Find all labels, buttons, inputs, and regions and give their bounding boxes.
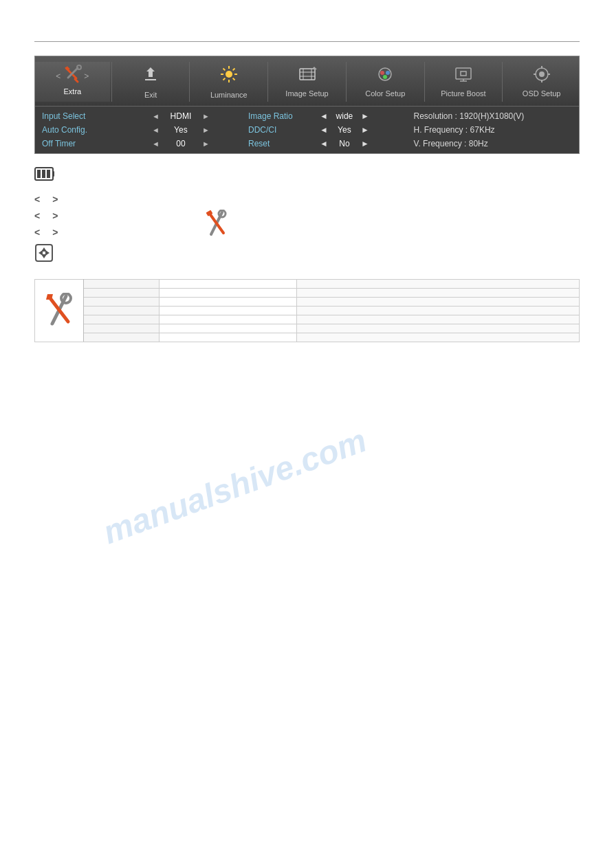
table-col-value xyxy=(160,280,297,289)
image-setup-icon xyxy=(298,65,317,87)
resolution-info: Resolution : 1920(H)X1080(V) xyxy=(407,111,573,121)
image-ratio-prev[interactable]: ◄ xyxy=(320,111,328,121)
off-timer-ctrl: ◄ 00 ► xyxy=(152,139,234,148)
reset-prev[interactable]: ◄ xyxy=(320,139,328,148)
svg-rect-16 xyxy=(300,69,315,80)
auto-config-ctrl: ◄ Yes ► xyxy=(152,125,234,135)
arrow-rows: < > < > < > xyxy=(34,194,580,238)
osd-row-auto-config: Auto Config. ◄ Yes ► DDC/CI ◄ Yes ► H. F… xyxy=(35,123,579,137)
table-row xyxy=(35,307,580,315)
svg-line-15 xyxy=(223,78,225,80)
svg-rect-38 xyxy=(42,170,45,178)
table-icon-cell xyxy=(35,280,84,342)
svg-marker-5 xyxy=(146,67,155,77)
arrow-row-1: < > xyxy=(34,194,580,205)
osd-menu-rows: Input Select ◄ HDMI ► Image Ratio ◄ wide… xyxy=(35,107,579,153)
tool-icon-floating xyxy=(203,210,230,240)
arrow-row-3: < > xyxy=(34,227,580,238)
ddcci-val: Yes xyxy=(331,125,358,135)
battery-icon xyxy=(34,166,55,184)
svg-rect-41 xyxy=(36,245,52,261)
image-ratio-val: wide xyxy=(331,111,358,121)
arrow-row1-right[interactable]: > xyxy=(52,194,58,205)
svg-rect-27 xyxy=(461,71,466,76)
osd-luminance-label: Luminance xyxy=(210,91,248,99)
off-timer-next[interactable]: ► xyxy=(202,140,210,148)
osd-nav-extra[interactable]: < > Extra xyxy=(35,62,110,102)
osd-extra-label: Extra xyxy=(64,87,82,96)
icon-section: < > < > < > xyxy=(34,166,580,265)
arrow-row2-right[interactable]: > xyxy=(52,210,58,221)
auto-config-val: Yes xyxy=(164,125,198,135)
off-timer-val: 00 xyxy=(164,139,198,148)
osd-nav-osd-setup[interactable]: OSD Setup xyxy=(504,62,579,102)
ddcci-next[interactable]: ► xyxy=(361,125,369,135)
image-ratio-row: Image Ratio ◄ wide ► xyxy=(234,111,407,121)
osd-setup-icon xyxy=(532,65,551,87)
color-setup-icon xyxy=(375,65,395,87)
svg-rect-39 xyxy=(47,170,50,178)
arrow-row1-left[interactable]: < xyxy=(34,194,40,205)
image-ratio-next[interactable]: ► xyxy=(361,111,369,121)
extra-arrow-left[interactable]: < xyxy=(56,71,61,81)
osd-nav-color-setup[interactable]: Color Setup xyxy=(348,62,423,102)
reset-val: No xyxy=(331,139,358,148)
osd-osd-setup-label: OSD Setup xyxy=(523,89,561,98)
ddcci-prev[interactable]: ◄ xyxy=(320,125,328,135)
svg-rect-37 xyxy=(37,170,41,178)
input-select-next[interactable]: ► xyxy=(202,112,210,120)
osd-picture-boost-label: Picture Boost xyxy=(441,89,485,98)
svg-point-4 xyxy=(77,65,81,69)
osd-nav-picture-boost[interactable]: Picture Boost xyxy=(426,62,501,102)
osd-nav-luminance[interactable]: Luminance xyxy=(191,62,266,102)
top-divider xyxy=(34,41,580,42)
svg-line-2 xyxy=(75,79,78,82)
reset-row: Reset ◄ No ► xyxy=(234,139,407,148)
svg-point-23 xyxy=(380,71,384,75)
input-select-label: Input Select xyxy=(42,111,152,121)
reset-next[interactable]: ► xyxy=(361,139,369,148)
auto-config-next[interactable]: ► xyxy=(202,126,210,134)
extra-tool-icon xyxy=(63,65,82,87)
arrow-row3-right[interactable]: > xyxy=(52,227,58,238)
off-timer-label: Off Timer xyxy=(42,139,152,148)
table-row xyxy=(35,324,580,333)
svg-rect-40 xyxy=(53,171,54,177)
ddcci-row: DDC/CI ◄ Yes ► xyxy=(234,125,407,135)
off-timer-prev[interactable]: ◄ xyxy=(152,140,160,148)
arrow-row2-left[interactable]: < xyxy=(34,210,40,221)
table-row xyxy=(35,333,580,342)
table-row xyxy=(35,280,580,289)
svg-marker-44 xyxy=(39,250,43,256)
svg-line-14 xyxy=(232,69,234,71)
input-select-ctrl: ◄ HDMI ► xyxy=(152,111,234,121)
osd-image-setup-label: Image Setup xyxy=(285,89,328,98)
table-col-desc xyxy=(297,280,580,289)
extra-arrow-right[interactable]: > xyxy=(84,71,89,81)
svg-point-24 xyxy=(386,71,390,75)
luminance-icon xyxy=(219,65,239,88)
osd-nav-exit[interactable]: Exit xyxy=(113,62,188,102)
svg-point-25 xyxy=(383,75,387,79)
osd-row-off-timer: Off Timer ◄ 00 ► Reset ◄ No ► V. Frequen… xyxy=(35,137,579,151)
input-select-prev[interactable]: ◄ xyxy=(152,112,160,120)
osd-menu: < > Extra xyxy=(34,56,580,154)
osd-nav-image-setup[interactable]: Image Setup xyxy=(270,62,344,102)
table-row xyxy=(35,289,580,298)
picture-boost-icon xyxy=(454,65,473,87)
arrow-row-2: < > xyxy=(34,210,580,221)
auto-config-prev[interactable]: ◄ xyxy=(152,126,160,134)
move-icon xyxy=(34,243,580,265)
svg-line-13 xyxy=(232,78,234,80)
table-section xyxy=(34,279,580,342)
arrow-row3-left[interactable]: < xyxy=(34,227,40,238)
svg-point-7 xyxy=(226,71,232,78)
svg-point-31 xyxy=(539,71,545,77)
watermark: manualshive.com xyxy=(98,421,371,551)
v-frequency-info: V. Frequency : 80Hz xyxy=(407,139,573,148)
table-col-name xyxy=(84,280,160,289)
svg-line-12 xyxy=(223,69,225,71)
info-table xyxy=(34,279,580,342)
svg-rect-26 xyxy=(456,68,471,79)
table-row xyxy=(35,315,580,324)
